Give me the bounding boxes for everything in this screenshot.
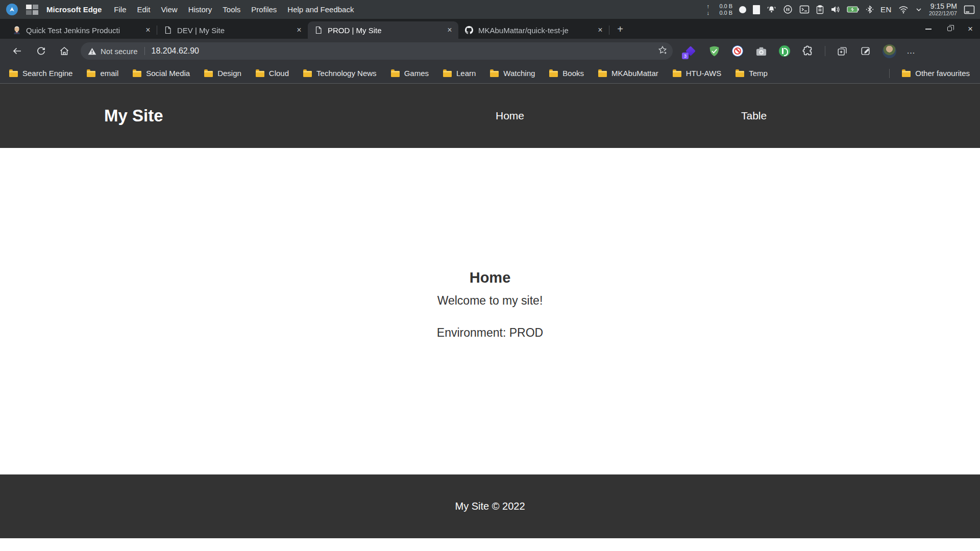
site-footer: My Site © 2022 (0, 474, 980, 538)
tab-close-icon[interactable]: × (445, 26, 454, 35)
time-text: 9:15 PM (930, 3, 957, 10)
workspace-monitor-icon[interactable] (964, 5, 975, 14)
pause-indicator-icon[interactable] (783, 5, 793, 14)
tab-prod-my-site-active[interactable]: PROD | My Site × (308, 21, 458, 39)
tab-close-icon[interactable]: × (596, 26, 605, 35)
clipboard-icon[interactable] (816, 5, 824, 14)
site-nav-table[interactable]: Table (741, 110, 767, 122)
profile-avatar[interactable] (883, 44, 896, 58)
extensions-puzzle-icon[interactable] (801, 44, 815, 58)
menu-item-view[interactable]: View (161, 5, 177, 14)
folder-icon (598, 71, 607, 77)
tab-close-icon[interactable]: × (143, 26, 153, 35)
menu-item-file[interactable]: File (114, 5, 126, 14)
tab-separator (609, 26, 609, 35)
tab-github-repo[interactable]: MKAbuMattar/quick-test-je × (458, 21, 609, 39)
volume-icon[interactable] (830, 5, 840, 14)
app-launcher-icon[interactable] (6, 4, 18, 15)
bookmark-label: Games (404, 69, 429, 78)
bluetooth-icon[interactable] (866, 5, 874, 14)
page-viewport: My Site Home Table Home Welcome to my si… (0, 84, 980, 551)
web-capture-icon[interactable] (859, 44, 872, 58)
wifi-icon[interactable] (898, 6, 909, 14)
notifications-bell-icon[interactable] (767, 5, 776, 14)
pushbullet-extension-icon[interactable] (778, 44, 791, 58)
bookmark-folder-email[interactable]: email (87, 69, 118, 78)
window-grid-icon[interactable] (26, 5, 38, 15)
folder-icon (303, 71, 312, 77)
bookmark-label: Temp (749, 69, 768, 78)
tab-title: PROD | My Site (328, 26, 442, 35)
display-indicator-icon[interactable] (753, 5, 760, 14)
collections-icon[interactable] (836, 44, 849, 58)
security-chip[interactable]: Not secure (88, 47, 138, 56)
folder-icon (391, 71, 400, 77)
tab-title: MKAbuMattar/quick-test-je (478, 26, 593, 35)
settings-menu-button[interactable]: … (906, 46, 916, 56)
other-favourites-folder[interactable]: Other favourites (902, 69, 970, 78)
adguard-shield-icon[interactable] (707, 44, 721, 58)
restore-button[interactable] (946, 26, 953, 33)
tab-dev-my-site[interactable]: DEV | My Site × (157, 21, 308, 39)
bookmark-folder-design[interactable]: Design (204, 69, 241, 78)
back-button[interactable] (8, 42, 27, 60)
welcome-text: Welcome to my site! (0, 294, 980, 308)
site-brand[interactable]: My Site (104, 106, 163, 126)
bookmarks-divider (889, 69, 890, 78)
blocker-extension-icon[interactable] (731, 44, 744, 58)
terminal-icon[interactable] (799, 5, 810, 14)
reload-button[interactable] (32, 42, 50, 60)
system-tray: ↑0.0 B ↓0.0 B (707, 3, 975, 17)
bookmark-folder-search-engine[interactable]: Search Engine (9, 69, 72, 78)
menu-item-history[interactable]: History (188, 5, 212, 14)
menu-item-profiles[interactable]: Profiles (251, 5, 277, 14)
extension-badge: 3 (682, 53, 689, 59)
minimize-button[interactable] (925, 26, 932, 33)
bookmark-label: MKAbuMattar (611, 69, 658, 78)
app-menu: File Edit View History Tools Profiles He… (114, 5, 354, 14)
bookmark-folder-watching[interactable]: Watching (490, 69, 535, 78)
window-close-button[interactable]: × (967, 26, 974, 33)
menu-item-help[interactable]: Help and Feedback (287, 5, 354, 14)
chevron-down-icon[interactable] (915, 6, 922, 13)
bookmark-folder-learn[interactable]: Learn (443, 69, 476, 78)
bookmark-folder-books[interactable]: Books (549, 69, 584, 78)
tab-close-icon[interactable]: × (295, 26, 304, 35)
bookmark-label: Technology News (316, 69, 377, 78)
home-button[interactable] (55, 42, 74, 60)
menu-item-edit[interactable]: Edit (137, 5, 151, 14)
launcher-arrow-icon (9, 6, 15, 13)
screenshot-camera-icon[interactable] (754, 44, 768, 58)
page-heading: Home (0, 269, 980, 286)
security-label: Not secure (101, 47, 138, 56)
bookmark-label: Social Media (146, 69, 190, 78)
folder-icon (133, 71, 141, 77)
system-menu-bar: Microsoft Edge File Edit View History To… (0, 0, 980, 19)
site-nav-home[interactable]: Home (496, 110, 524, 122)
recording-indicator-icon[interactable] (739, 6, 746, 13)
window-controls: × (925, 19, 974, 39)
clock[interactable]: 9:15 PM 2022/12/07 (929, 3, 957, 17)
tab-title: DEV | My Site (177, 26, 291, 35)
purple-extension-icon[interactable]: 3 (684, 44, 697, 58)
bookmark-folder-temp[interactable]: Temp (736, 69, 768, 78)
new-tab-button[interactable]: + (613, 22, 627, 37)
tab-jenkins-quick-test[interactable]: Quick Test Jenkins Producti × (6, 21, 157, 39)
keyboard-language-indicator[interactable]: EN (880, 5, 892, 14)
bookmark-folder-social-media[interactable]: Social Media (133, 69, 190, 78)
app-name: Microsoft Edge (46, 5, 102, 14)
address-bar[interactable]: Not secure 18.204.62.90 (81, 42, 673, 60)
bookmark-folder-mkabumattar[interactable]: MKAbuMattar (598, 69, 658, 78)
tab-title: Quick Test Jenkins Producti (26, 26, 140, 35)
github-favicon (465, 26, 473, 34)
bookmark-folder-cloud[interactable]: Cloud (256, 69, 289, 78)
bookmark-folder-htu-aws[interactable]: HTU-AWS (673, 69, 721, 78)
network-speed-indicator: ↑0.0 B ↓0.0 B (707, 3, 733, 16)
bookmark-label: Watching (503, 69, 535, 78)
bookmark-folder-games[interactable]: Games (391, 69, 429, 78)
add-favorite-star-icon[interactable] (658, 45, 668, 57)
battery-icon[interactable] (847, 6, 859, 13)
menu-item-tools[interactable]: Tools (223, 5, 240, 14)
footer-text: My Site © 2022 (455, 500, 525, 512)
bookmark-folder-technology-news[interactable]: Technology News (303, 69, 377, 78)
